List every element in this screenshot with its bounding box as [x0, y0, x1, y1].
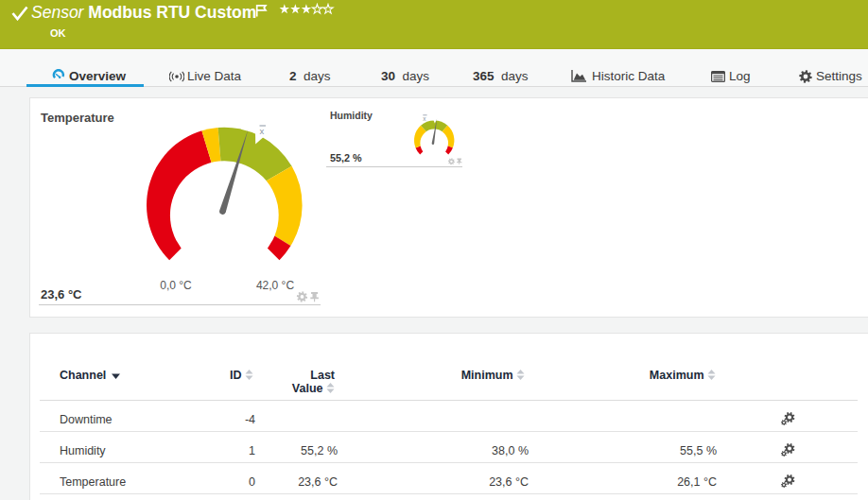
svg-text:x: x — [260, 126, 265, 136]
svg-text:x: x — [423, 115, 426, 122]
